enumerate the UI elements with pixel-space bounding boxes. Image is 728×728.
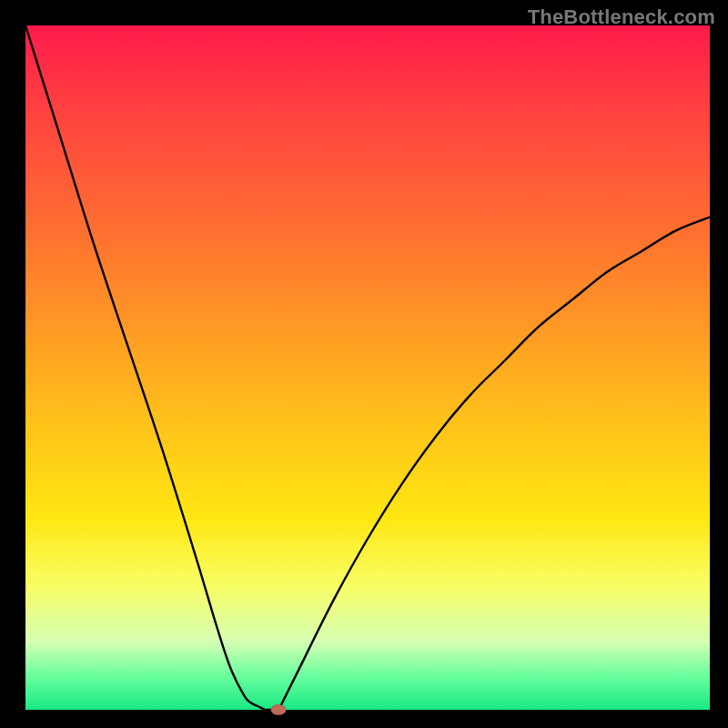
chart-frame: TheBottleneck.com [0, 0, 728, 728]
bottleneck-curve [25, 25, 710, 710]
curve-path [25, 25, 710, 710]
plot-area [25, 25, 710, 710]
optimum-marker [271, 704, 287, 715]
watermark-text: TheBottleneck.com [528, 5, 715, 29]
